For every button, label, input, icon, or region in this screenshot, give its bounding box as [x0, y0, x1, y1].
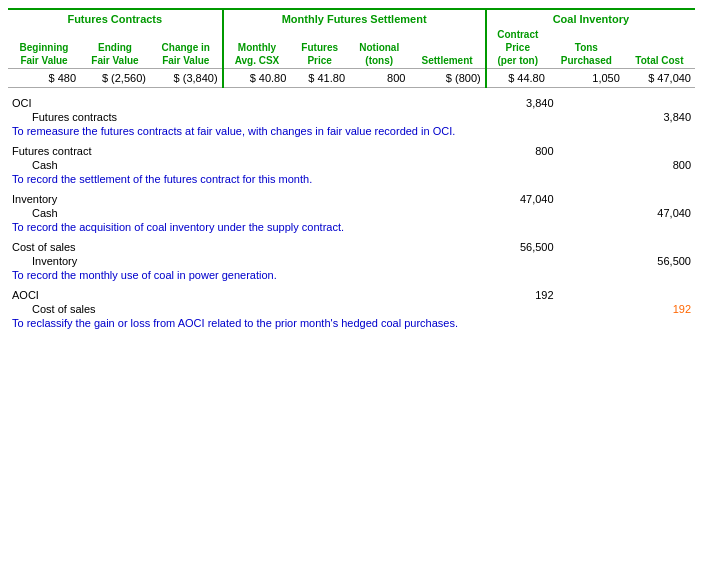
total-cost: $ 47,040	[624, 69, 695, 88]
journal-entry-cost-sales: Cost of sales 56,500	[8, 240, 695, 254]
journal-note-oci: To remeasure the futures contracts at fa…	[8, 124, 695, 138]
col-change-fair: Change inFair Value	[150, 27, 223, 69]
data-row: $ 480 $ (2,560) $ (3,840) $ 40.80 $ 41.8…	[8, 69, 695, 88]
col-beginning-fair: BeginningFair Value	[8, 27, 80, 69]
oci-credit	[558, 96, 695, 110]
cash-2-debit	[420, 206, 557, 220]
account-oci: OCI	[8, 96, 420, 110]
futures-price: $ 41.80	[290, 69, 349, 88]
inventory-credit	[558, 192, 695, 206]
futures-contract-debit: 800	[420, 144, 557, 158]
account-inventory-2: Inventory	[8, 254, 420, 268]
beginning-fair-value: $ 480	[8, 69, 80, 88]
aoci-note: To reclassify the gain or loss from AOCI…	[8, 316, 695, 330]
ending-fair-value: $ (2,560)	[80, 69, 150, 88]
futures-contracts-debit	[420, 110, 557, 124]
tons-purchased: 1,050	[549, 69, 624, 88]
account-cost-sales: Cost of sales	[8, 240, 420, 254]
contract-price-per-ton: $ 44.80	[486, 69, 549, 88]
cash-2-credit: 47,040	[558, 206, 695, 220]
inventory-2-debit	[420, 254, 557, 268]
col-ending-fair: EndingFair Value	[80, 27, 150, 69]
journal-entry-futures-contract: Futures contract 800	[8, 144, 695, 158]
notional-tons: 800	[349, 69, 409, 88]
inventory-debit: 47,040	[420, 192, 557, 206]
monthly-section-header: Monthly Futures Settlement	[223, 9, 486, 27]
settlement: $ (800)	[409, 69, 485, 88]
cash-1-debit	[420, 158, 557, 172]
col-tons-purchased: TonsPurchased	[549, 27, 624, 69]
journal-entry-cash-1: Cash 800	[8, 158, 695, 172]
cost-sales-note: To record the monthly use of coal in pow…	[8, 268, 695, 282]
journal-entry-cost-sales-2: Cost of sales 192	[8, 302, 695, 316]
futures-contract-credit	[558, 144, 695, 158]
coal-section-header: Coal Inventory	[486, 9, 695, 27]
account-cash-2: Cash	[8, 206, 420, 220]
journal-entry-inventory: Inventory 47,040	[8, 192, 695, 206]
journal-entry-inventory-2: Inventory 56,500	[8, 254, 695, 268]
aoci-debit: 192	[420, 288, 557, 302]
col-futures-price: FuturesPrice	[290, 27, 349, 69]
journal-note-aoci: To reclassify the gain or loss from AOCI…	[8, 316, 695, 330]
cost-sales-debit: 56,500	[420, 240, 557, 254]
futures-note: To record the settlement of the futures …	[8, 172, 695, 186]
journal-note-futures: To record the settlement of the futures …	[8, 172, 695, 186]
journal-entry-cash-2: Cash 47,040	[8, 206, 695, 220]
account-cash-1: Cash	[8, 158, 420, 172]
futures-contracts-credit: 3,840	[558, 110, 695, 124]
cash-1-credit: 800	[558, 158, 695, 172]
account-futures-contracts: Futures contracts	[8, 110, 420, 124]
journal-note-cost-sales: To record the monthly use of coal in pow…	[8, 268, 695, 282]
change-fair-value: $ (3,840)	[150, 69, 223, 88]
account-inventory: Inventory	[8, 192, 420, 206]
col-settlement: Settlement	[409, 27, 485, 69]
journal-note-inventory: To record the acquisition of coal invent…	[8, 220, 695, 234]
inventory-2-credit: 56,500	[558, 254, 695, 268]
cost-sales-2-debit	[420, 302, 557, 316]
journal-entry-oci: OCI 3,840	[8, 96, 695, 110]
cost-sales-2-credit: 192	[558, 302, 695, 316]
col-total-cost: Total Cost	[624, 27, 695, 69]
col-contract-price: ContractPrice(per ton)	[486, 27, 549, 69]
oci-note: To remeasure the futures contracts at fa…	[8, 124, 695, 138]
col-monthly-avg: MonthlyAvg. CSX	[223, 27, 291, 69]
inventory-note: To record the acquisition of coal invent…	[8, 220, 695, 234]
journal-entry-futures-contracts: Futures contracts 3,840	[8, 110, 695, 124]
cost-sales-credit	[558, 240, 695, 254]
account-cost-sales-2: Cost of sales	[8, 302, 420, 316]
aoci-credit	[558, 288, 695, 302]
col-notional: Notional(tons)	[349, 27, 409, 69]
monthly-avg-csx: $ 40.80	[223, 69, 291, 88]
account-aoci: AOCI	[8, 288, 420, 302]
futures-section-header: Futures Contracts	[8, 9, 223, 27]
oci-debit: 3,840	[420, 96, 557, 110]
journal-entry-aoci: AOCI 192	[8, 288, 695, 302]
account-futures-contract: Futures contract	[8, 144, 420, 158]
